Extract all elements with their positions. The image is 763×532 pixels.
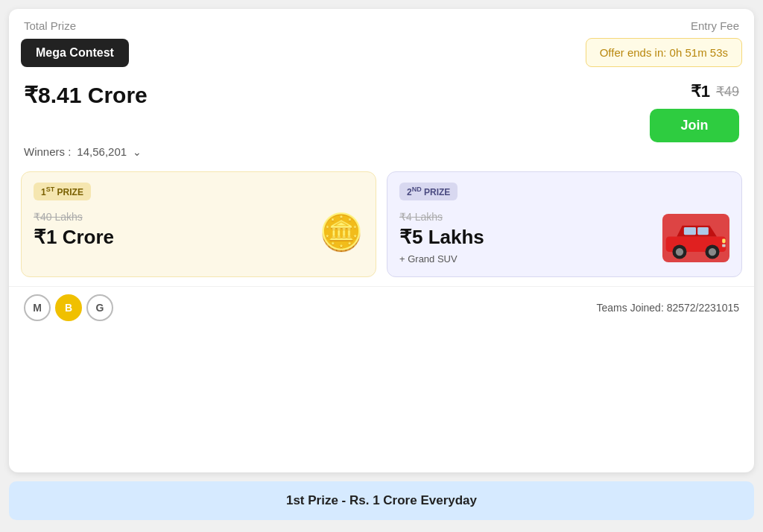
card-container: Total Prize Entry Fee Mega Contest Offer… — [9, 9, 754, 472]
second-prize-inner: ₹4 Lakhs ₹5 Lakhs + Grand SUV — [399, 211, 729, 265]
car-svg — [663, 215, 729, 260]
first-prize-original: ₹40 Lakhs — [34, 211, 114, 223]
coin-icon: 🪙 — [319, 212, 364, 253]
car-icon — [662, 214, 729, 262]
total-prize-amount: ₹8.41 Crore — [24, 83, 148, 107]
svg-rect-1 — [684, 227, 696, 235]
svg-rect-7 — [722, 238, 725, 243]
avatar-b: B — [55, 294, 82, 321]
mega-contest-badge: Mega Contest — [21, 39, 129, 67]
second-prize-amount: ₹5 Lakhs — [399, 226, 484, 249]
svg-rect-8 — [722, 244, 725, 247]
second-prize-card: 2ND PRIZE ₹4 Lakhs ₹5 Lakhs + Grand SUV — [387, 171, 742, 277]
footer-row: M B G Teams Joined: 82572/2231015 — [9, 286, 754, 332]
first-prize-text: ₹40 Lakhs ₹1 Crore — [34, 211, 114, 253]
entry-fee-block: ₹1 ₹49 Join — [650, 82, 739, 142]
avatar-g: G — [86, 294, 113, 321]
second-prize-label: PRIZE — [424, 187, 450, 197]
first-prize-inner: ₹40 Lakhs ₹1 Crore 🪙 — [34, 211, 364, 253]
top-labels: Total Prize Entry Fee — [9, 9, 754, 38]
bottom-banner: 1st Prize - Rs. 1 Crore Everyday — [9, 481, 754, 520]
teams-joined: Teams Joined: 82572/2231015 — [597, 302, 739, 314]
prize-join-row: ₹8.41 Crore ₹1 ₹49 Join — [9, 75, 754, 142]
second-prize-extra: + Grand SUV — [399, 253, 484, 265]
winners-count: 14,56,201 — [77, 145, 127, 158]
second-prize-badge: 2ND PRIZE — [399, 183, 458, 200]
second-prize-text: ₹4 Lakhs ₹5 Lakhs + Grand SUV — [399, 211, 484, 265]
total-prize-block: ₹8.41 Crore — [24, 82, 148, 108]
first-prize-label: PRIZE — [57, 187, 83, 197]
second-prize-rank: 2 — [407, 187, 412, 197]
second-prize-suffix: ND — [412, 186, 422, 193]
avatar-group: M B G — [24, 294, 113, 321]
first-prize-rank: 1 — [41, 187, 46, 197]
svg-point-4 — [676, 248, 683, 256]
svg-point-6 — [709, 248, 716, 256]
first-prize-card: 1ST PRIZE ₹40 Lakhs ₹1 Crore 🪙 — [21, 171, 376, 277]
entry-fee-label: Entry Fee — [691, 19, 739, 32]
second-prize-original: ₹4 Lakhs — [399, 211, 484, 223]
fee-original: ₹49 — [716, 83, 739, 100]
offer-timer: Offer ends in: 0h 51m 53s — [586, 38, 742, 67]
first-prize-suffix: ST — [46, 186, 55, 193]
chevron-down-icon[interactable]: ⌄ — [133, 146, 142, 158]
avatar-m: M — [24, 294, 51, 321]
first-prize-badge: 1ST PRIZE — [34, 183, 91, 200]
card-header: Mega Contest Offer ends in: 0h 51m 53s — [9, 38, 754, 75]
prize-cards-row: 1ST PRIZE ₹40 Lakhs ₹1 Crore 🪙 2ND PRIZE — [9, 165, 754, 286]
entry-fee-prices: ₹1 ₹49 — [691, 82, 739, 101]
fee-current: ₹1 — [691, 82, 710, 101]
first-prize-amount: ₹1 Crore — [34, 226, 114, 249]
winners-row: Winners : 14,56,201 ⌄ — [9, 142, 754, 165]
join-button[interactable]: Join — [650, 109, 739, 142]
total-prize-label: Total Prize — [24, 19, 76, 32]
winners-label: Winners : — [24, 145, 71, 158]
screen: Total Prize Entry Fee Mega Contest Offer… — [0, 0, 763, 532]
bottom-banner-text: 1st Prize - Rs. 1 Crore Everyday — [286, 493, 477, 507]
svg-rect-2 — [697, 227, 709, 235]
